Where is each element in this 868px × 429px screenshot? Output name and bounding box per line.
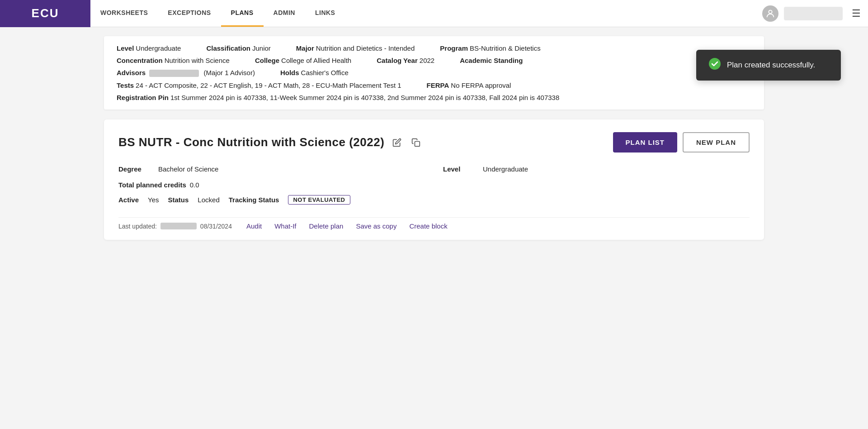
nav-item-worksheets[interactable]: WORKSHEETS [90,0,158,27]
footer-row: Last updated: 08/31/2024 Audit What-If D… [118,217,750,230]
degree-label: Degree [118,165,155,173]
plan-level-value: Undergraduate [483,165,528,173]
advisors-label: Advisors [117,69,146,76]
info-row-3: Advisors (Major 1 Advisor) HoldsCashier'… [117,69,751,77]
major-value: Nutrition and Dietetics - Intended [316,44,415,52]
nav-right: ☰ [762,5,868,22]
reg-pin-value: 1st Summer 2024 pin is 407338, 11-Week S… [170,94,559,101]
toast-wrapper: Plan created successfully. [696,50,841,81]
tracking-status-badge: NOT EVALUATED [288,195,350,205]
active-value: Yes [148,196,159,204]
status-label: Status [168,196,189,204]
nav-item-plans[interactable]: PLANS [221,0,264,27]
student-info-card: LevelUndergraduate ClassificationJunior … [104,36,764,110]
ferpa-value: No FERPA approval [451,81,511,89]
program-value: BS-Nutrition & Dietetics [470,44,541,52]
academic-standing-label: Academic Standing [460,57,523,64]
what-if-link[interactable]: What-If [274,222,296,230]
logo-text: ECU [32,6,59,20]
major-label: Major [296,44,314,52]
advisor-redacted [149,70,199,77]
plan-edit-button[interactable] [391,136,403,149]
total-credits-value: 0.0 [190,181,199,189]
tests-value: 24 - ACT Composite, 22 - ACT English, 19… [136,81,401,89]
plan-actions: PLAN LIST NEW PLAN [613,132,750,153]
plan-status-row: Active Yes Status Locked Tracking Status… [118,195,750,205]
content-area: LevelUndergraduate ClassificationJunior … [104,27,764,249]
concentration-value: Nutrition with Science [165,57,230,64]
plan-level-label: Level [443,165,479,173]
plan-header: BS NUTR - Conc Nutrition with Science (2… [118,132,750,153]
plan-title-row: BS NUTR - Conc Nutrition with Science (2… [118,135,422,149]
plan-details: Degree Bachelor of Science Level Undergr… [118,165,750,173]
last-updated-date: 08/31/2024 [200,223,232,230]
svg-point-2 [709,58,721,70]
reg-pin-label: Registration Pin [117,94,169,101]
holds-value: Cashier's Office [301,69,349,76]
catalog-year-value: 2022 [420,57,434,64]
total-credits-row: Total planned credits 0.0 [118,181,750,189]
degree-value: Bachelor of Science [158,165,218,173]
new-plan-button[interactable]: NEW PLAN [683,132,750,153]
total-credits-label: Total planned credits [118,181,186,189]
status-value: Locked [198,196,219,204]
create-block-link[interactable]: Create block [409,222,447,230]
save-as-copy-link[interactable]: Save as copy [356,222,396,230]
plan-title: BS NUTR - Conc Nutrition with Science (2… [118,135,384,149]
main-content: LevelUndergraduate ClassificationJunior … [95,27,773,249]
info-row-2: ConcentrationNutrition with Science Coll… [117,57,751,64]
classification-label: Classification [206,44,250,52]
plan-card: BS NUTR - Conc Nutrition with Science (2… [104,119,764,240]
hamburger-menu-icon[interactable]: ☰ [852,8,861,19]
plan-list-button[interactable]: PLAN LIST [613,132,678,153]
last-updated: Last updated: 08/31/2024 [118,223,232,230]
logo[interactable]: ECU [0,0,90,27]
top-navigation: ECU WORKSHEETS EXCEPTIONS PLANS ADMIN LI… [0,0,868,27]
nav-item-exceptions[interactable]: EXCEPTIONS [158,0,221,27]
nav-items: WORKSHEETS EXCEPTIONS PLANS ADMIN LINKS [90,0,762,27]
level-label: Level [117,44,134,52]
plan-copy-button[interactable] [410,136,422,149]
degree-row: Degree Bachelor of Science [118,165,425,173]
college-value: College of Allied Health [281,57,351,64]
catalog-year-label: Catalog Year [377,57,418,64]
last-updated-redacted [160,223,197,229]
toast-message: Plan created successfully. [727,61,815,70]
active-label: Active [118,196,139,204]
audit-link[interactable]: Audit [246,222,262,230]
toast-notification: Plan created successfully. [696,50,841,81]
user-avatar-icon[interactable] [762,5,778,22]
info-row-1: LevelUndergraduate ClassificationJunior … [117,44,751,52]
user-name-box [784,7,843,20]
tracking-status-label: Tracking Status [229,196,279,204]
toast-success-icon [709,58,721,72]
program-label: Program [440,44,468,52]
advisor-suffix: (Major 1 Advisor) [204,69,255,76]
nav-item-admin[interactable]: ADMIN [264,0,305,27]
college-label: College [255,57,279,64]
concentration-label: Concentration [117,57,163,64]
svg-rect-1 [415,141,420,146]
footer-links: Audit What-If Delete plan Save as copy C… [246,222,448,230]
classification-value: Junior [252,44,271,52]
nav-item-links[interactable]: LINKS [305,0,345,27]
level-row: Level Undergraduate [443,165,750,173]
info-row-4: Tests24 - ACT Composite, 22 - ACT Englis… [117,81,751,89]
level-value: Undergraduate [136,44,181,52]
svg-point-0 [769,10,772,13]
holds-label: Holds [280,69,299,76]
tests-label: Tests [117,81,134,89]
last-updated-label: Last updated: [118,223,157,230]
ferpa-label: FERPA [427,81,449,89]
delete-plan-link[interactable]: Delete plan [309,222,343,230]
info-row-5: Registration Pin1st Summer 2024 pin is 4… [117,94,751,101]
